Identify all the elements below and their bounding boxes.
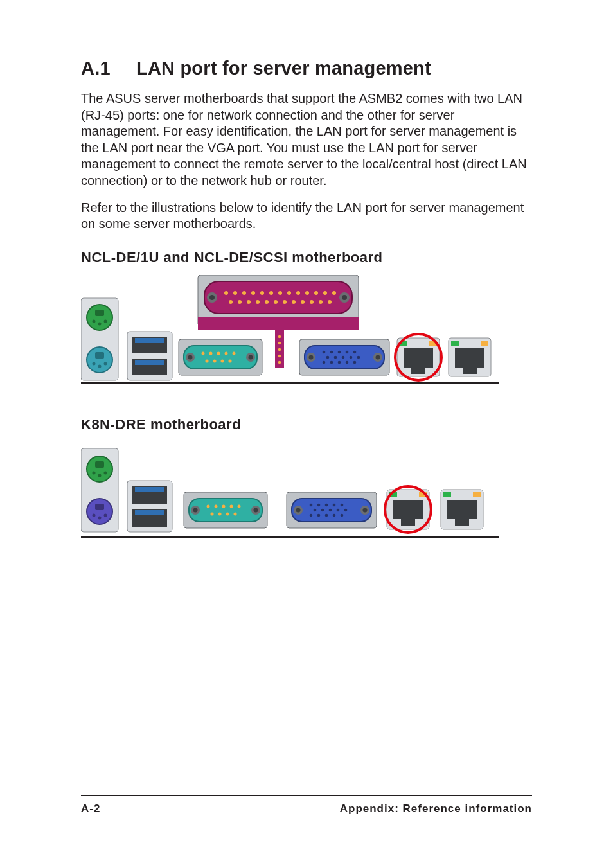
- subheading-2: K8N-DRE motherboard: [81, 416, 532, 433]
- svg-point-35: [278, 342, 281, 344]
- svg-point-143: [329, 508, 332, 511]
- svg-point-44: [104, 319, 107, 323]
- footer-label: Appendix: Reference information: [340, 802, 532, 815]
- svg-point-103: [98, 474, 102, 477]
- svg-point-10: [251, 291, 255, 295]
- page-footer: A-2 Appendix: Reference information: [81, 795, 532, 815]
- svg-point-63: [217, 351, 220, 355]
- svg-point-21: [238, 300, 242, 304]
- svg-point-26: [283, 300, 287, 304]
- svg-rect-157: [473, 492, 481, 497]
- svg-point-122: [215, 504, 218, 508]
- svg-point-133: [296, 508, 301, 512]
- svg-rect-116: [189, 499, 262, 522]
- svg-point-13: [278, 291, 282, 295]
- svg-point-129: [234, 512, 237, 515]
- svg-point-124: [230, 504, 233, 508]
- svg-point-65: [233, 351, 236, 355]
- svg-point-76: [323, 350, 326, 353]
- svg-point-69: [229, 359, 232, 362]
- svg-point-121: [207, 504, 210, 508]
- motherboard-ncl-de-illustration: [81, 275, 505, 391]
- svg-point-27: [292, 300, 296, 304]
- section-number: A.1: [81, 58, 136, 79]
- svg-point-42: [93, 319, 96, 323]
- svg-rect-46: [95, 352, 104, 359]
- svg-point-64: [225, 351, 228, 355]
- svg-point-15: [296, 291, 300, 295]
- svg-point-75: [376, 355, 380, 359]
- svg-point-136: [310, 503, 313, 506]
- svg-point-118: [193, 508, 198, 512]
- svg-point-83: [342, 355, 345, 359]
- svg-point-89: [346, 360, 349, 364]
- svg-point-137: [317, 503, 321, 506]
- svg-point-145: [344, 508, 348, 511]
- svg-point-47: [93, 362, 96, 365]
- svg-point-66: [206, 359, 209, 362]
- svg-point-139: [333, 503, 336, 506]
- svg-point-22: [247, 300, 251, 304]
- svg-point-138: [325, 503, 328, 506]
- svg-point-23: [256, 300, 260, 304]
- svg-rect-54: [135, 360, 164, 365]
- svg-point-100: [87, 456, 112, 482]
- svg-point-88: [338, 360, 341, 364]
- svg-point-20: [229, 300, 233, 304]
- svg-point-60: [249, 355, 253, 359]
- svg-point-141: [314, 508, 317, 511]
- svg-point-120: [254, 508, 258, 512]
- svg-point-108: [98, 516, 102, 519]
- svg-point-86: [323, 360, 326, 364]
- svg-point-37: [278, 355, 281, 357]
- svg-point-67: [213, 359, 217, 362]
- svg-point-9: [242, 291, 246, 295]
- svg-point-12: [269, 291, 273, 295]
- svg-point-78: [338, 350, 341, 353]
- svg-point-4: [209, 295, 215, 300]
- svg-point-82: [334, 355, 337, 359]
- svg-point-150: [341, 513, 344, 517]
- svg-point-43: [98, 322, 102, 325]
- svg-point-126: [211, 512, 214, 515]
- svg-point-125: [238, 504, 241, 508]
- svg-point-107: [93, 513, 96, 517]
- svg-rect-106: [95, 504, 104, 510]
- svg-point-146: [310, 513, 313, 517]
- svg-point-90: [353, 360, 357, 364]
- page-number: A-2: [81, 802, 100, 815]
- svg-point-58: [188, 355, 193, 359]
- svg-point-128: [226, 512, 229, 515]
- svg-rect-97: [481, 341, 488, 346]
- svg-point-147: [317, 513, 321, 517]
- svg-point-127: [218, 512, 222, 515]
- svg-point-61: [202, 351, 205, 355]
- svg-point-8: [233, 291, 237, 295]
- svg-point-24: [265, 300, 269, 304]
- svg-point-79: [346, 350, 349, 353]
- paragraph-1: The ASUS server motherboards that suppor…: [81, 91, 532, 190]
- svg-point-80: [353, 350, 357, 353]
- svg-point-31: [328, 300, 332, 304]
- svg-point-34: [278, 335, 281, 338]
- svg-point-142: [321, 508, 324, 511]
- svg-point-135: [363, 508, 368, 512]
- svg-point-38: [278, 361, 281, 364]
- svg-point-77: [330, 350, 333, 353]
- svg-point-36: [278, 348, 281, 351]
- lan-port-management-icon: [397, 338, 440, 376]
- svg-rect-114: [135, 510, 164, 515]
- svg-point-73: [309, 355, 314, 359]
- svg-point-109: [104, 513, 107, 517]
- svg-point-6: [342, 295, 347, 300]
- svg-rect-156: [443, 492, 451, 497]
- svg-point-68: [221, 359, 224, 362]
- svg-point-149: [333, 513, 336, 517]
- svg-point-62: [209, 351, 213, 355]
- subheading-1: NCL-DE/1U and NCL-DE/SCSI motherboard: [81, 249, 532, 266]
- svg-point-84: [350, 355, 353, 359]
- svg-point-49: [104, 362, 107, 365]
- svg-point-14: [287, 291, 291, 295]
- svg-point-85: [357, 355, 360, 359]
- svg-rect-2: [204, 281, 352, 314]
